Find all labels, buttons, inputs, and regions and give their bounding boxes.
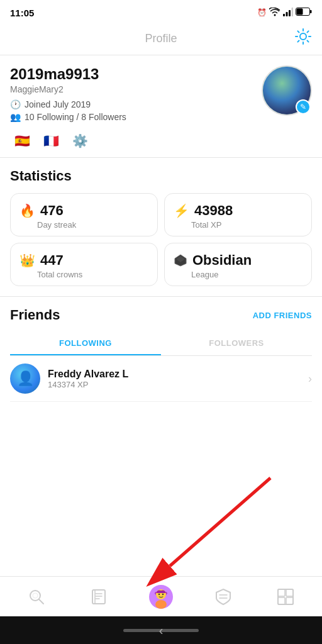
home-indicator: ‹	[0, 616, 322, 644]
league-value: Obsidian	[192, 252, 252, 269]
svg-rect-5	[310, 10, 312, 13]
wifi-icon	[269, 8, 280, 18]
search-nav-icon	[27, 587, 46, 606]
signal-icon	[283, 8, 293, 18]
avatar-edit-badge[interactable]: ✎	[296, 99, 311, 114]
nav-item-search[interactable]	[5, 577, 67, 616]
streak-value: 476	[40, 203, 64, 219]
nav-item-shop[interactable]	[255, 577, 317, 616]
stat-card-streak: 🔥 476 Day streak	[10, 193, 158, 236]
fire-icon: 🔥	[19, 203, 35, 218]
shield-nav-icon	[214, 587, 233, 606]
page-title: Profile	[145, 32, 177, 45]
friends-section: Friends ADD FRIENDS FOLLOWING FOLLOWERS …	[0, 297, 322, 402]
tabs-row: FOLLOWING FOLLOWERS	[10, 332, 312, 356]
crowns-label: Total crowns	[37, 270, 148, 279]
crown-icon: 👑	[19, 253, 35, 268]
profile-section: 2019ma9913 MaggieMary2 🕐 Joined July 201…	[0, 55, 322, 158]
back-arrow-icon: ‹	[159, 623, 164, 638]
streak-label: Day streak	[37, 220, 148, 230]
svg-rect-15	[92, 590, 105, 604]
league-label: League	[191, 270, 303, 279]
bottom-nav	[0, 576, 322, 616]
svg-rect-0	[283, 14, 285, 16]
crowns-value: 447	[40, 252, 64, 269]
profile-handle: MaggieMary2	[10, 84, 262, 94]
tab-followers[interactable]: FOLLOWERS	[161, 332, 312, 355]
tab-following[interactable]: FOLLOWING	[10, 332, 161, 355]
statistics-section: Statistics 🔥 476 Day streak ⚡ 43988 Tota…	[0, 158, 322, 297]
friend-info: Freddy Alvarez L 143374 XP	[48, 369, 308, 389]
alarm-icon: ⏰	[257, 8, 267, 17]
svg-rect-1	[286, 12, 288, 16]
svg-rect-2	[289, 10, 291, 16]
flag-french[interactable]: 🇫🇷	[39, 132, 63, 150]
shop-nav-icon	[276, 587, 295, 606]
avatar-wrap[interactable]: ✎	[262, 65, 312, 116]
profile-follow-counts: 👥 10 Following / 8 Followers	[10, 112, 262, 122]
svg-rect-29	[286, 589, 293, 596]
flags-row: 🇪🇸 🇫🇷 ⚙️	[10, 132, 312, 150]
clock-icon: 🕐	[10, 99, 21, 109]
nav-item-learn[interactable]	[67, 577, 130, 616]
nav-item-league[interactable]	[192, 577, 255, 616]
book-nav-icon	[89, 587, 108, 606]
lightning-icon: ⚡	[174, 203, 189, 218]
friend-xp: 143374 XP	[48, 380, 308, 389]
friend-avatar-image: 👤	[10, 364, 40, 394]
svg-rect-3	[292, 8, 294, 16]
svg-line-13	[39, 599, 43, 604]
svg-point-7	[300, 33, 306, 40]
xp-label: Total XP	[191, 220, 303, 230]
svg-point-22	[155, 600, 167, 609]
header: Profile	[0, 23, 322, 55]
character-nav-icon	[148, 584, 174, 609]
svg-point-14	[33, 593, 38, 598]
chevron-right-icon: ›	[308, 372, 312, 386]
nav-item-character[interactable]	[130, 577, 192, 616]
obsidian-icon	[174, 253, 187, 267]
add-friends-button[interactable]: ADD FRIENDS	[253, 311, 312, 320]
xp-value: 43988	[194, 203, 233, 219]
status-bar: 11:05 ⏰	[0, 0, 322, 23]
svg-rect-31	[286, 597, 293, 604]
profile-joined: 🕐 Joined July 2019	[10, 99, 262, 109]
profile-meta: 🕐 Joined July 2019 👥 10 Following / 8 Fo…	[10, 99, 262, 122]
stat-card-xp: ⚡ 43988 Total XP	[164, 193, 312, 236]
svg-rect-30	[278, 597, 285, 604]
svg-rect-28	[278, 589, 285, 596]
svg-rect-27	[278, 589, 293, 604]
svg-line-11	[170, 478, 270, 566]
friends-title: Friends	[10, 307, 60, 323]
profile-username: 2019ma9913	[10, 65, 262, 83]
friend-avatar: 👤	[10, 364, 40, 394]
gear-icon[interactable]	[294, 28, 312, 50]
svg-point-23	[158, 593, 160, 594]
battery-icon	[296, 8, 312, 18]
status-icons: ⏰	[257, 8, 312, 18]
svg-rect-6	[297, 9, 303, 15]
friend-name: Freddy Alvarez L	[48, 369, 308, 380]
flag-spanish[interactable]: 🇪🇸	[10, 132, 34, 150]
people-icon: 👥	[10, 112, 21, 122]
statistics-title: Statistics	[10, 168, 312, 184]
friend-item[interactable]: 👤 Freddy Alvarez L 143374 XP ›	[10, 356, 312, 402]
stats-grid: 🔥 476 Day streak ⚡ 43988 Total XP 👑 447 …	[10, 193, 312, 286]
svg-point-24	[162, 593, 164, 594]
flag-settings[interactable]: ⚙️	[68, 132, 92, 150]
stat-card-crowns: 👑 447 Total crowns	[10, 243, 158, 286]
status-time: 11:05	[10, 8, 34, 18]
stat-card-league: Obsidian League	[164, 243, 312, 286]
friends-header: Friends ADD FRIENDS	[10, 307, 312, 323]
profile-info: 2019ma9913 MaggieMary2 🕐 Joined July 201…	[10, 65, 262, 125]
